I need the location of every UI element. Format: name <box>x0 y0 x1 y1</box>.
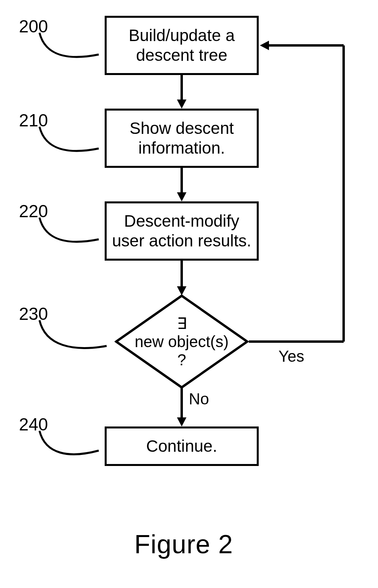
arrow-220-230 <box>176 261 188 297</box>
step-230-decision: ∃ new object(s) ? <box>115 294 249 389</box>
callout-230 <box>38 318 109 358</box>
svg-marker-4 <box>177 192 186 201</box>
edge-label-no: No <box>189 390 209 408</box>
step-220-text: Descent-modify user action results. <box>112 211 252 251</box>
arrow-230-240 <box>176 386 188 428</box>
callout-220 <box>38 216 101 251</box>
step-220-box: Descent-modify user action results. <box>105 201 259 261</box>
step-200-text: Build/update a descent tree <box>129 26 235 66</box>
arrow-210-220 <box>176 168 188 203</box>
flowchart-canvas: 200 210 220 230 240 Build/update a desce… <box>0 0 378 588</box>
step-240-text: Continue. <box>146 436 217 456</box>
step-210-box: Show descent information. <box>105 109 259 168</box>
edge-label-yes: Yes <box>278 348 304 365</box>
arrow-200-210 <box>176 75 188 111</box>
svg-marker-6 <box>177 286 186 295</box>
step-240-box: Continue. <box>105 426 259 466</box>
step-210-text: Show descent information. <box>130 118 234 158</box>
figure-caption: Figure 2 <box>134 529 233 559</box>
svg-marker-12 <box>260 41 269 50</box>
callout-240 <box>38 429 101 464</box>
arrow-230-yes-loop <box>245 39 359 348</box>
svg-marker-2 <box>177 100 186 109</box>
svg-marker-8 <box>177 417 186 426</box>
callout-200 <box>38 31 101 66</box>
step-230-text: ∃ new object(s) ? <box>135 314 229 369</box>
step-200-box: Build/update a descent tree <box>105 16 259 75</box>
callout-210 <box>38 125 101 160</box>
